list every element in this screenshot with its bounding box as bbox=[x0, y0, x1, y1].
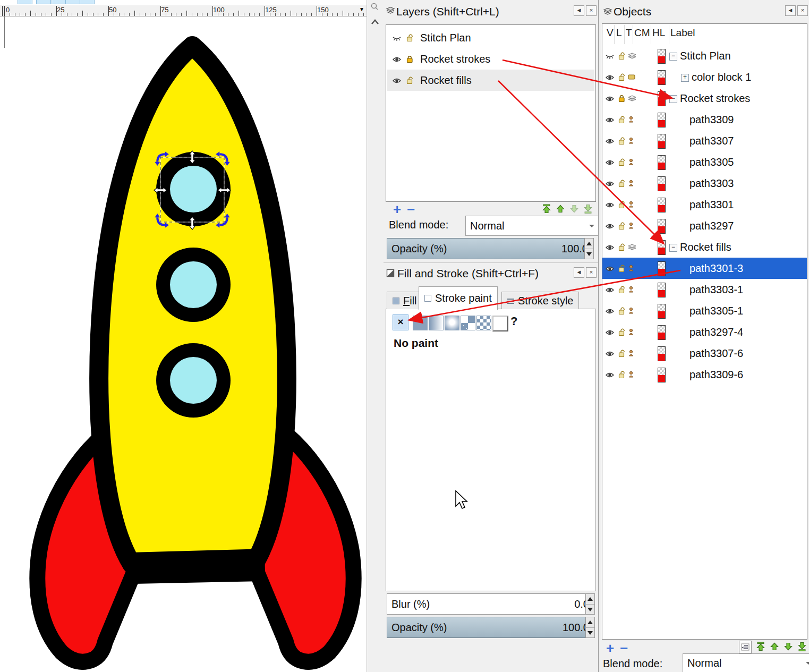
object-row[interactable]: − Stitch Plan bbox=[602, 45, 807, 66]
add-object-button[interactable]: + bbox=[606, 643, 614, 653]
layer-opacity-slider[interactable]: Opacity (%) 100.0 bbox=[387, 238, 593, 259]
expander-icon[interactable]: − bbox=[669, 53, 677, 61]
swatch-button[interactable] bbox=[476, 316, 491, 330]
drawing-canvas[interactable]: 0 25 50 75 100 125 150 ▼ bbox=[0, 0, 367, 672]
spin-up-icon[interactable] bbox=[586, 617, 594, 628]
flat-color-button[interactable] bbox=[413, 316, 428, 330]
highlight-swatch[interactable] bbox=[658, 49, 666, 64]
visibility-eye-icon[interactable] bbox=[606, 159, 614, 166]
object-row[interactable]: + color block 1 bbox=[602, 66, 807, 88]
object-label[interactable]: Rocket fills bbox=[680, 236, 731, 258]
lock-open-icon[interactable] bbox=[406, 34, 413, 42]
scroll-up-icon[interactable] bbox=[370, 18, 380, 25]
object-row[interactable]: path3309 bbox=[602, 109, 807, 130]
visibility-eye-icon[interactable] bbox=[606, 329, 614, 336]
highlight-swatch[interactable] bbox=[658, 176, 666, 191]
raise-icon[interactable] bbox=[556, 204, 565, 214]
lock-open-icon[interactable] bbox=[618, 328, 625, 336]
object-row[interactable]: − Rocket strokes bbox=[602, 88, 807, 109]
highlight-swatch[interactable] bbox=[658, 113, 666, 127]
lock-closed-icon[interactable] bbox=[618, 95, 625, 103]
object-opacity-slider[interactable]: Opacity (%) 100.0 bbox=[387, 617, 594, 638]
toolbar-button-partial[interactable] bbox=[80, 0, 95, 4]
porthole-bottom[interactable] bbox=[156, 343, 231, 418]
dock-button[interactable]: ◄ bbox=[574, 5, 584, 16]
object-label[interactable]: Rocket strokes bbox=[680, 88, 750, 109]
highlight-swatch[interactable] bbox=[658, 261, 666, 276]
lower-to-bottom-icon[interactable] bbox=[583, 204, 593, 214]
object-row[interactable]: path3297 bbox=[602, 215, 807, 236]
collapse-all-button[interactable] bbox=[739, 641, 752, 653]
lock-open-icon[interactable] bbox=[618, 222, 625, 230]
object-row-selected[interactable]: path3301-3 bbox=[602, 258, 807, 279]
object-label[interactable]: path3307 bbox=[689, 130, 734, 151]
lock-open-icon[interactable] bbox=[618, 201, 625, 209]
lock-open-icon[interactable] bbox=[618, 307, 625, 315]
object-label[interactable]: path3303 bbox=[689, 173, 734, 194]
lock-open-icon[interactable] bbox=[618, 371, 625, 379]
raise-icon[interactable] bbox=[770, 642, 779, 651]
layer-row-rocket-fills[interactable]: Rocket fills bbox=[387, 70, 594, 91]
object-label[interactable]: path3303-1 bbox=[689, 279, 743, 300]
lock-open-icon[interactable] bbox=[618, 180, 625, 188]
object-label[interactable]: path3305 bbox=[689, 151, 734, 173]
object-row[interactable]: path3307 bbox=[602, 130, 807, 151]
object-row[interactable]: − Rocket fills bbox=[602, 236, 807, 258]
layer-label[interactable]: Rocket strokes bbox=[420, 48, 490, 70]
tab-fill[interactable]: Fill bbox=[387, 292, 423, 309]
close-button[interactable]: × bbox=[586, 267, 597, 278]
close-button[interactable]: × bbox=[797, 5, 808, 16]
object-row[interactable]: path3307-6 bbox=[602, 343, 807, 364]
object-label[interactable]: path3297-4 bbox=[689, 321, 743, 343]
lock-open-icon[interactable] bbox=[618, 265, 625, 273]
close-button[interactable]: × bbox=[586, 5, 597, 16]
lock-open-icon[interactable] bbox=[618, 158, 625, 166]
visibility-eye-closed-icon[interactable] bbox=[393, 35, 401, 41]
object-label[interactable]: path3309-6 bbox=[689, 364, 743, 385]
lock-open-icon[interactable] bbox=[618, 243, 625, 251]
visibility-eye-icon[interactable] bbox=[606, 181, 614, 187]
dock-button[interactable]: ◄ bbox=[785, 5, 796, 16]
dock-button[interactable]: ◄ bbox=[574, 267, 584, 278]
highlight-swatch[interactable] bbox=[658, 155, 666, 170]
lower-icon[interactable] bbox=[784, 642, 793, 651]
object-label[interactable]: path3301 bbox=[689, 194, 734, 215]
raise-to-top-icon[interactable] bbox=[542, 204, 551, 214]
visibility-eye-icon[interactable] bbox=[393, 56, 401, 63]
visibility-eye-icon[interactable] bbox=[606, 266, 614, 272]
blend-mode-select[interactable]: Normal bbox=[683, 653, 809, 672]
unknown-paint-button[interactable] bbox=[492, 316, 508, 331]
object-row[interactable]: path3297-4 bbox=[602, 321, 807, 343]
no-paint-button[interactable]: × bbox=[393, 314, 408, 330]
expander-icon[interactable]: + bbox=[681, 74, 689, 82]
object-label[interactable]: Stitch Plan bbox=[680, 45, 731, 66]
highlight-swatch[interactable] bbox=[658, 325, 666, 340]
spin-down-icon[interactable] bbox=[586, 605, 594, 615]
blur-slider[interactable]: Blur (%) 0.0 bbox=[387, 593, 594, 615]
spin-down-icon[interactable] bbox=[585, 249, 593, 259]
object-label[interactable]: path3301-3 bbox=[689, 258, 743, 279]
object-row[interactable]: path3303-1 bbox=[602, 279, 807, 300]
lock-open-icon[interactable] bbox=[618, 286, 625, 294]
help-button[interactable]: ? bbox=[510, 314, 517, 328]
opacity-spinner[interactable] bbox=[585, 617, 595, 638]
tab-stroke-paint[interactable]: Stroke paint bbox=[419, 286, 498, 310]
object-row[interactable]: path3309-6 bbox=[602, 364, 807, 385]
visibility-eye-icon[interactable] bbox=[393, 78, 401, 84]
toolbar-button-partial[interactable] bbox=[36, 0, 51, 4]
quick-zoom-icon[interactable] bbox=[370, 2, 379, 11]
highlight-swatch[interactable] bbox=[658, 368, 666, 382]
pattern-button[interactable] bbox=[461, 316, 475, 330]
linear-gradient-button[interactable] bbox=[429, 316, 444, 330]
object-label[interactable]: path3307-6 bbox=[689, 343, 743, 364]
rocket-base[interactable] bbox=[131, 549, 266, 584]
opacity-spinner[interactable] bbox=[584, 238, 594, 259]
lock-open-icon[interactable] bbox=[618, 116, 625, 124]
object-row[interactable]: path3303 bbox=[602, 173, 807, 194]
visibility-eye-icon[interactable] bbox=[606, 223, 614, 229]
highlight-swatch[interactable] bbox=[658, 198, 666, 212]
visibility-eye-icon[interactable] bbox=[606, 138, 614, 144]
highlight-swatch[interactable] bbox=[658, 240, 666, 255]
remove-object-button[interactable]: − bbox=[620, 643, 628, 653]
visibility-eye-icon[interactable] bbox=[606, 287, 614, 293]
